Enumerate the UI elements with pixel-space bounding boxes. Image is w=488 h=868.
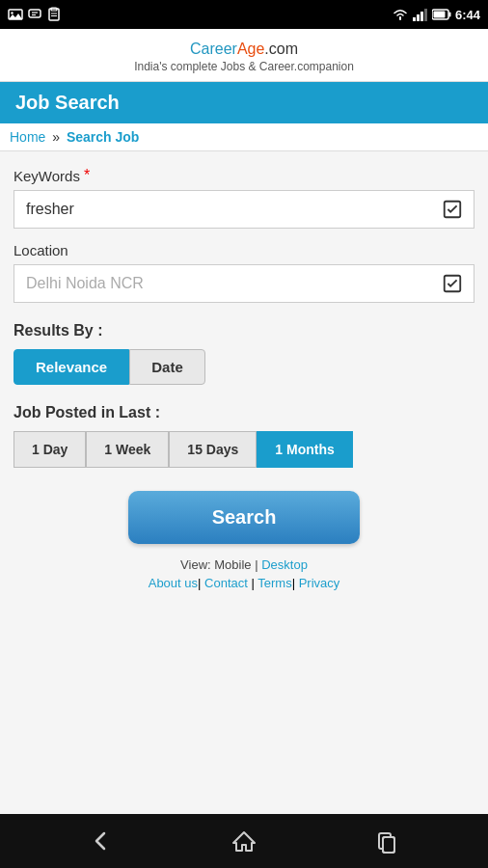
keywords-group: KeyWords * [14, 167, 474, 229]
brand-dotcom: .com [264, 41, 298, 57]
filter-1day[interactable]: 1 Day [14, 431, 86, 468]
svg-rect-15 [448, 13, 450, 17]
location-input[interactable] [14, 265, 474, 302]
location-check-icon [441, 272, 464, 295]
toggle-date[interactable]: Date [129, 349, 205, 385]
view-label: View: Mobile [180, 557, 251, 572]
footer-about-links: About us| Contact | Terms| Privacy [14, 576, 474, 590]
breadcrumb-home[interactable]: Home [10, 129, 45, 145]
location-group: Location [14, 242, 474, 303]
filter-15days[interactable]: 15 Days [169, 431, 257, 468]
keywords-input-wrapper [14, 190, 474, 229]
svg-point-2 [11, 12, 13, 14]
svg-rect-3 [29, 10, 41, 17]
wifi-icon [392, 8, 409, 21]
status-time: 6:44 [455, 8, 480, 22]
posted-last-section: Job Posted in Last : 1 Day 1 Week 15 Day… [14, 404, 474, 468]
bottom-nav-bar [0, 814, 488, 868]
recents-button[interactable] [374, 827, 401, 854]
svg-marker-19 [233, 832, 255, 851]
about-link[interactable]: About us [149, 576, 198, 590]
breadcrumb-separator: » [52, 129, 60, 145]
breadcrumb: Home » Search Job [0, 123, 488, 151]
results-by-toggle-group: Relevance Date [14, 349, 474, 385]
section-title: Job Search [15, 92, 120, 113]
required-star: * [84, 167, 90, 184]
brand-logo: CareerAge.com [0, 41, 488, 58]
filter-group: 1 Day 1 Week 15 Days 1 Months [14, 431, 474, 468]
location-label: Location [14, 242, 474, 258]
results-by-section: Results By : Relevance Date [14, 322, 474, 385]
svg-rect-12 [420, 12, 423, 21]
brand-header: CareerAge.com India's complete Jobs & Ca… [0, 29, 488, 82]
section-title-bar: Job Search [0, 82, 488, 123]
svg-rect-10 [413, 17, 416, 21]
keywords-input[interactable] [14, 191, 474, 228]
search-btn-wrapper: Search [14, 491, 474, 544]
footer-view-links: View: Mobile | Desktop [14, 557, 474, 572]
keywords-check-icon [441, 198, 464, 221]
signal-icon [413, 8, 428, 21]
svg-rect-16 [433, 12, 445, 18]
search-button[interactable]: Search [128, 491, 360, 544]
svg-rect-11 [417, 14, 420, 21]
status-icons-left [8, 7, 62, 22]
status-bar: 6:44 [0, 0, 488, 29]
main-content: KeyWords * Location [0, 151, 488, 814]
brand-career: Career [190, 41, 237, 57]
brand-age: Age [237, 41, 264, 57]
posted-last-label: Job Posted in Last : [14, 404, 474, 421]
terms-link[interactable]: Terms [258, 576, 291, 590]
svg-rect-21 [383, 837, 394, 853]
status-icons-right: 6:44 [392, 8, 480, 22]
privacy-link[interactable]: Privacy [299, 576, 340, 590]
home-button[interactable] [230, 827, 258, 854]
svg-rect-13 [424, 9, 427, 21]
filter-1months[interactable]: 1 Months [257, 431, 352, 468]
desktop-link[interactable]: Desktop [261, 557, 308, 572]
bbm-icon [27, 7, 42, 22]
clipboard-icon [46, 7, 62, 22]
gallery-icon [8, 7, 23, 22]
toggle-relevance[interactable]: Relevance [14, 349, 129, 385]
results-by-label: Results By : [14, 322, 474, 339]
brand-tagline: India's complete Jobs & Career.companion [0, 60, 488, 73]
breadcrumb-current: Search Job [67, 129, 139, 145]
filter-1week[interactable]: 1 Week [86, 431, 169, 468]
svg-marker-1 [9, 14, 22, 19]
location-input-wrapper [14, 264, 474, 303]
keywords-label: KeyWords * [14, 167, 474, 184]
back-button[interactable] [87, 827, 114, 854]
contact-link[interactable]: Contact [204, 576, 248, 590]
battery-icon [432, 9, 451, 20]
